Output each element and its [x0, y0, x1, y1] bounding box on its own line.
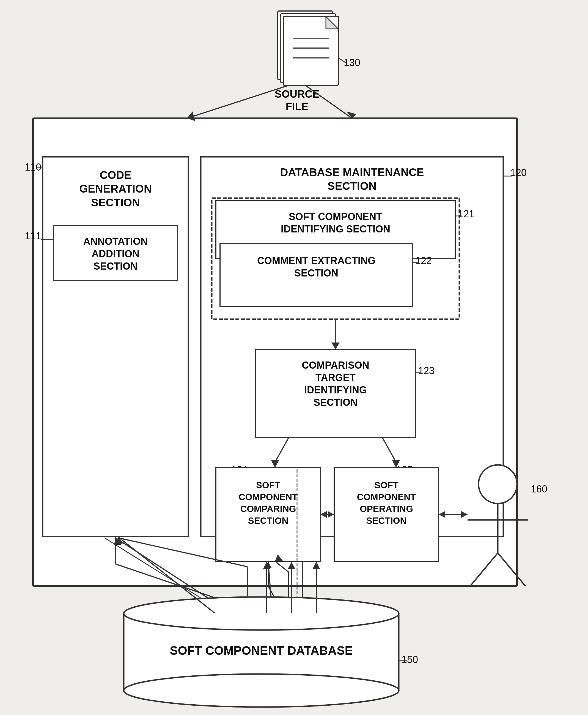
annotation-label1: ANNOTATION — [83, 236, 148, 247]
annotation-label2: ADDITION — [91, 248, 140, 260]
soft-comp-operating-label3: OPERATING — [360, 504, 413, 514]
ref-123: 123 — [418, 365, 435, 376]
soft-comp-id-label2: IDENTIFYING SECTION — [281, 223, 390, 235]
ref-120: 120 — [510, 167, 527, 178]
soft-comp-operating-label1: SOFT — [374, 480, 399, 490]
comparison-target-label4: SECTION — [314, 397, 358, 408]
code-gen-label3: SECTION — [91, 197, 140, 208]
code-gen-box — [43, 157, 188, 536]
ref-121: 121 — [458, 208, 475, 220]
soft-comp-id-label1: SOFT COMPONENT — [289, 211, 382, 222]
comparison-target-label1: COMPARISON — [302, 360, 369, 371]
code-gen-label2: GENERATION — [79, 183, 152, 195]
ref-160: 160 — [531, 483, 547, 495]
ref-150: 150 — [401, 654, 418, 665]
comment-extract-label2: SECTION — [294, 267, 338, 279]
source-file-label2: FILE — [286, 101, 308, 112]
ref-110: 110 — [25, 162, 41, 173]
soft-comp-comparing-label1: SOFT — [256, 480, 280, 490]
soft-comp-db-label: SOFT COMPONENT DATABASE — [170, 644, 353, 657]
comparison-target-label2: TARGET — [315, 372, 355, 383]
svg-point-60 — [124, 597, 399, 630]
soft-comp-operating-label2: COMPONENT — [357, 492, 416, 502]
svg-point-33 — [479, 465, 517, 504]
diagram-container: SOURCE FILE 130 100 CODE GENERATION SECT… — [0, 0, 588, 715]
db-maint-label1: DATABASE MAINTENANCE — [280, 166, 424, 178]
ref-111: 111 — [25, 230, 41, 242]
soft-comp-comparing-label2: COMPONENT — [239, 492, 298, 502]
soft-comp-comparing-label3: COMPARING — [240, 504, 296, 514]
ref-122: 122 — [415, 255, 432, 266]
soft-comp-operating-label4: SECTION — [366, 515, 407, 526]
svg-point-59 — [124, 674, 399, 707]
annotation-label3: SECTION — [93, 261, 138, 272]
db-maint-label2: SECTION — [328, 180, 377, 192]
comparison-target-label3: IDENTIFYING — [304, 384, 367, 395]
ref-130: 130 — [344, 57, 360, 68]
comment-extract-label1: COMMENT EXTRACTING — [257, 255, 375, 266]
soft-comp-comparing-label4: SECTION — [248, 515, 289, 526]
code-gen-label1: CODE — [100, 169, 131, 181]
source-file-icon — [278, 11, 338, 85]
